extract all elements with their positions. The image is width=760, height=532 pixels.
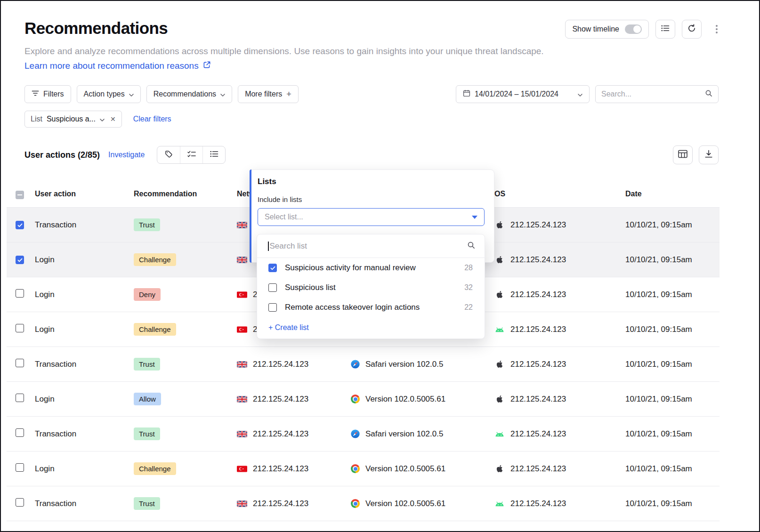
section-title: User actions (2/85) [24,150,100,160]
refresh-icon [687,24,696,34]
list-option-count: 22 [464,303,473,312]
chip-prefix: List [31,115,42,123]
select-list-dropdown[interactable]: Select list... [258,208,485,226]
search-input[interactable] [601,90,701,98]
os-ip: 212.125.24.123 [510,220,566,230]
download-button[interactable] [699,145,719,164]
filters-button[interactable]: Filters [24,85,71,103]
list-search-field[interactable]: Search list [257,234,485,258]
learn-more-label: Learn more about recommendation reasons [24,61,199,71]
apple-icon [494,256,505,264]
list-option-checkbox[interactable] [268,264,277,272]
uk-flag-icon [237,396,247,403]
user-actions-toolbar: User actions (2/85) Investigate [1,145,759,164]
table-row[interactable]: Transaction Trust 212.125.24.123 Safari … [7,416,720,451]
refresh-button[interactable] [682,20,702,39]
timeline-toggle[interactable] [625,24,642,34]
user-action-cell: Login [35,464,134,474]
table-view-button[interactable] [673,145,693,164]
clear-filters-link[interactable]: Clear filters [133,115,171,123]
date-cell: 10/10/21, 09:15am [625,255,720,265]
recommendation-badge: Trust [134,218,160,231]
user-action-cell: Login [35,325,134,334]
row-checkbox[interactable] [16,359,24,367]
user-action-cell: Login [35,395,134,404]
date-cell: 10/10/21, 09:15am [625,464,720,474]
list-button[interactable] [202,146,225,163]
row-checkbox[interactable] [16,394,24,402]
recommendations-dropdown[interactable]: Recommendations [146,85,232,103]
dropdown-caret-icon [472,216,477,219]
text-cursor [268,242,269,251]
column-header-recommendation: Recommendation [134,190,237,198]
download-icon [704,150,713,160]
android-icon [494,431,505,437]
list-option-checkbox[interactable] [268,303,277,312]
show-timeline-toggle-button[interactable]: Show timeline [565,20,649,39]
user-action-cell: Transaction [35,360,134,369]
browser-cell: Safari version 102.0.5 [351,429,494,439]
lists-popup-title: Lists [258,177,485,186]
os-ip: 212.125.24.123 [510,360,566,369]
checklist-button[interactable] [180,146,202,163]
table-row[interactable]: Transaction Trust 212.125.24.123 Version… [7,486,720,521]
os-cell: 212.125.24.123 [494,325,625,334]
row-checkbox[interactable] [16,289,24,298]
plus-icon [286,89,291,99]
os-cell: 212.125.24.123 [494,429,625,439]
network-cell: 212.125.24.123 [237,429,351,439]
show-timeline-label: Show timeline [572,25,619,33]
page-title: Recommendations [24,19,168,38]
network-ip: 212.125.24.123 [253,429,308,439]
date-range-picker[interactable]: 14/01/2024 – 15/01/2024 [456,85,590,103]
date-cell: 10/10/21, 09:15am [625,395,720,404]
row-checkbox[interactable] [16,428,24,437]
recommendations-page: Recommendations Show timeline Explore an… [0,0,760,532]
calendar-icon [463,89,470,99]
apple-icon [494,465,505,473]
tag-button[interactable] [157,146,180,163]
recommendation-badge: Allow [134,393,161,405]
row-checkbox[interactable] [16,463,24,472]
list-select-dropdown-panel: Search list Suspicious activity for manu… [257,234,485,339]
checklist-icon [187,151,196,160]
select-all-checkbox[interactable] [16,191,24,199]
more-filters-button[interactable]: More filters [238,85,299,103]
chevron-down-icon [129,90,134,98]
row-checkbox[interactable] [16,221,24,229]
list-view-button[interactable] [655,20,675,39]
table-row[interactable]: Transaction Trust 212.125.24.123 Safari … [7,347,720,381]
select-list-placeholder: Select list... [265,213,303,221]
column-header-date: Date [625,190,720,198]
investigate-link[interactable]: Investigate [108,151,145,159]
list-search-placeholder: Search list [270,242,468,251]
turkey-flag-icon [237,326,247,333]
learn-more-link[interactable]: Learn more about recommendation reasons [1,61,234,71]
list-option[interactable]: Suspicious activity for manual review 28 [257,258,485,278]
user-action-cell: Login [35,290,134,299]
list-option[interactable]: Remote access takeover login actions 22 [257,298,485,317]
os-ip: 212.125.24.123 [510,464,566,474]
table-row[interactable]: Login Allow 212.125.24.123 Version 102.0… [7,381,720,416]
os-ip: 212.125.24.123 [510,255,566,265]
network-ip: 212.125.24.123 [253,395,308,404]
recommendation-badge: Trust [134,358,160,371]
action-types-label: Action types [84,90,125,98]
list-filter-chip[interactable]: List Suspicious a... [24,111,122,128]
create-list-link[interactable]: + Create list [257,317,320,335]
close-icon[interactable] [110,115,116,123]
row-checkbox[interactable] [16,324,24,332]
os-ip: 212.125.24.123 [510,395,566,404]
safari-icon [351,429,360,438]
list-option-checkbox[interactable] [268,283,277,292]
turkey-flag-icon [237,291,247,298]
kebab-menu-button[interactable] [714,22,720,36]
date-cell: 10/10/21, 09:15am [625,499,720,508]
action-types-dropdown[interactable]: Action types [77,85,141,103]
row-checkbox[interactable] [16,498,24,507]
turkey-flag-icon [237,466,247,472]
network-ip: 212.125.24.123 [253,499,308,508]
list-option[interactable]: Suspicious list 32 [257,278,485,298]
row-checkbox[interactable] [16,256,24,264]
table-row[interactable]: Login Challenge 212.125.24.123 Version 1… [7,451,720,486]
